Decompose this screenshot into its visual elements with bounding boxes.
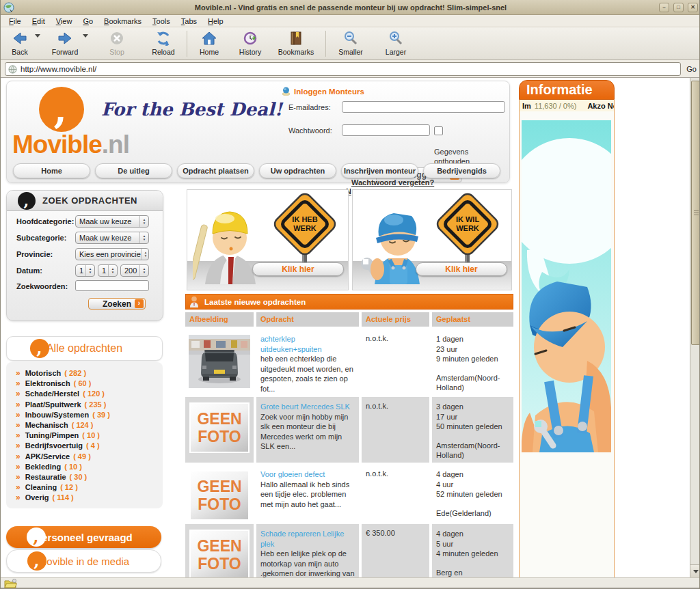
category-cleaning[interactable]: »Cleaning( 12 ) [16, 482, 163, 493]
scrollbar-thumb[interactable] [691, 81, 700, 345]
row-opdracht-cell: Grote beurt Mercedes SLKZoek voor mijn h… [256, 397, 359, 463]
category-count: ( 60 ) [74, 379, 92, 387]
reload-button[interactable]: Reload [147, 29, 180, 58]
datum-year-select[interactable]: 200▲▼ [120, 264, 149, 277]
maximize-button[interactable]: □ [673, 3, 684, 12]
informatie-header: Informatie [519, 80, 615, 100]
category-count: ( 10 ) [82, 431, 100, 439]
stop-button[interactable]: Stop [103, 29, 131, 58]
klik-hier-button[interactable]: Klik hier [416, 262, 507, 276]
opdracht-description: heb een echterklep die uitgedeukt moet w… [260, 354, 355, 394]
opdracht-link[interactable]: achterklep uitdeuken+spuiten [260, 334, 355, 354]
menu-edit[interactable]: Edit [27, 16, 51, 26]
forward-button[interactable]: Forward [47, 29, 83, 58]
nav-bedrijvengids[interactable]: Bedrijvengids [423, 163, 500, 178]
forgot-password-link[interactable]: Wachtwoord vergeten? [351, 178, 434, 187]
chevron-right-icon: » [16, 420, 21, 430]
column-header: Afbeelding [185, 312, 254, 327]
alle-opdrachten-header[interactable]: , Alle opdrachten [6, 336, 163, 361]
row-image-cell: GEEN FOTO [185, 465, 254, 522]
password-field[interactable] [342, 124, 430, 136]
category-bedrijfsvoertuig[interactable]: »Bedrijfsvoertuig( 4 ) [16, 441, 163, 451]
home-button[interactable]: Home [194, 29, 224, 58]
chevron-right-icon: » [16, 400, 21, 409]
provincie-select[interactable]: Kies een provincie▲▼ [75, 248, 149, 260]
zoeken-arrow-icon: › [135, 299, 144, 308]
toolbar-separator [325, 31, 326, 57]
close-button[interactable]: ✕ [688, 3, 698, 12]
menu-go[interactable]: Go [77, 16, 98, 26]
menu-help[interactable]: Help [202, 16, 229, 26]
opdracht-link[interactable]: Schade repareren Lelijke plek [260, 529, 355, 549]
select-stepper-icon: ▲▼ [139, 232, 148, 243]
zoek-circle-icon: , [18, 192, 36, 210]
category-bekleding[interactable]: »Bekleding( 10 ) [16, 462, 163, 472]
opdracht-link[interactable]: Grote beurt Mercedes SLK [260, 402, 355, 412]
category-tuning-pimpen[interactable]: »Tuning/Pimpen( 10 ) [16, 430, 163, 441]
hoofdcategorie-select[interactable]: Maak uw keuze▲▼ [75, 215, 149, 228]
menu-tabs[interactable]: Tabs [176, 16, 202, 26]
menu-view[interactable]: View [51, 16, 78, 26]
zoek-title: ZOEK OPDRACHTEN [42, 195, 137, 206]
nav-uw-opdrachten[interactable]: Uw opdrachten [259, 163, 336, 178]
vertical-scrollbar[interactable] [690, 78, 700, 577]
menu-tools[interactable]: Tools [147, 16, 176, 26]
back-dropdown[interactable] [35, 38, 40, 50]
category-overig[interactable]: »Overig( 114 ) [16, 493, 163, 503]
email-field[interactable] [342, 101, 505, 113]
time-ago-line: 4 dagen [436, 529, 509, 539]
opdracht-link[interactable]: Voor gloeien defect [260, 469, 355, 480]
klik-hier-button[interactable]: Klik hier [252, 262, 344, 276]
bookmarks-button[interactable]: Bookmarks [273, 29, 319, 58]
toolbar-separator [187, 31, 187, 57]
chevron-right-icon: » [16, 482, 21, 492]
menu-bar: FileEditViewGoBookmarksToolsTabsHelp [1, 15, 700, 27]
category-plaat-spuitwerk[interactable]: »Plaat/Spuitwerk( 235 ) [16, 400, 163, 410]
forward-dropdown[interactable] [83, 38, 88, 50]
price-value: n.o.t.k. [366, 334, 429, 342]
nav-home[interactable]: Home [13, 163, 90, 178]
informatie-sidebar: Informatie Im 11,630 / 0%) Akzo No [519, 80, 615, 577]
nav-inschrijven-monteur[interactable]: Inschrijven monteur [341, 163, 418, 178]
datum-month-select[interactable]: 1▲▼ [98, 264, 118, 277]
category-motorisch[interactable]: »Motorisch( 282 ) [16, 368, 163, 379]
banner-ik-heb-werk[interactable]: IK HEB WERK Klik hier [187, 189, 349, 290]
reload-icon [156, 29, 171, 47]
page-favicon [8, 65, 17, 74]
personeel-gevraagd-button[interactable]: , Personeel gevraagd [6, 526, 161, 548]
movible-media-button[interactable]: , Movible in de media [6, 549, 161, 573]
chevron-right-icon: » [16, 410, 21, 420]
category-apk-service[interactable]: »APK/Service( 49 ) [16, 452, 163, 462]
category-elektronisch[interactable]: »Elektronisch( 60 ) [16, 379, 163, 389]
zoom-out-icon [342, 29, 359, 47]
menu-bookmarks[interactable]: Bookmarks [98, 16, 147, 26]
row-image-cell: GEEN FOTO [185, 524, 254, 577]
svg-text:IK HEB: IK HEB [292, 215, 317, 223]
datum-day-select[interactable]: 1▲▼ [75, 264, 95, 277]
category-schade-herstel[interactable]: »Schade/Herstel( 120 ) [16, 389, 163, 399]
category-mechanisch[interactable]: »Mechanisch( 124 ) [16, 420, 163, 430]
smaller-button[interactable]: Smaller [333, 29, 368, 58]
mechanic-banner-illustration[interactable] [522, 120, 611, 452]
scroll-down-button[interactable] [690, 564, 700, 577]
nav-opdracht-plaatsen[interactable]: Opdracht plaatsen [177, 163, 254, 178]
menu-file[interactable]: File [3, 16, 27, 26]
nav-de-uitleg[interactable]: De uitleg [95, 163, 172, 178]
larger-button[interactable]: Larger [379, 29, 412, 58]
chevron-right-icon: » [16, 389, 21, 398]
category-inbouw-systemen[interactable]: »Inbouw/Systemen( 39 ) [16, 410, 163, 420]
site-header: , Movible.nl For the Best Deal! Inloggen… [6, 81, 510, 183]
go-button[interactable]: Go [686, 65, 697, 73]
subcategorie-select[interactable]: Maak uw keuze▲▼ [75, 232, 149, 244]
history-button[interactable]: History [234, 29, 267, 58]
remember-checkbox[interactable] [434, 126, 443, 135]
zoekwoorden-input[interactable] [75, 280, 149, 291]
category-restauratie[interactable]: »Restauratie( 30 ) [16, 472, 163, 482]
url-input[interactable] [5, 62, 681, 76]
banner-ik-wil-werk[interactable]: IK WIL WERK Klik hier [352, 189, 512, 290]
main-nav: HomeDe uitlegOpdracht plaatsenUw opdrach… [13, 163, 500, 178]
zoeken-button[interactable]: Zoeken › [88, 298, 146, 310]
site-logo[interactable]: Movible.nl [12, 131, 129, 159]
back-button[interactable]: Back [5, 29, 35, 58]
minimize-button[interactable]: – [659, 3, 669, 12]
